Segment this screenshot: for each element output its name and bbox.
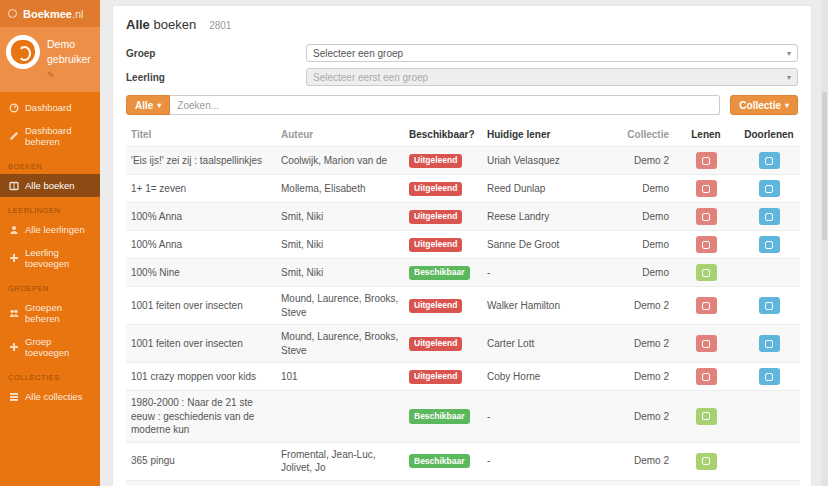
status-badge: Beschikbaar — [409, 454, 470, 468]
column-header-auteur[interactable]: Auteur — [276, 125, 404, 147]
sidebar-item-groepen-beheren[interactable]: Groepen beheren — [0, 296, 100, 330]
column-header-lenen: Lenen — [674, 125, 738, 147]
return-book-button[interactable] — [696, 208, 717, 225]
cell-doorlenen — [738, 287, 800, 325]
cell-doorlenen — [738, 325, 800, 363]
relend-book-button[interactable] — [759, 335, 780, 352]
relend-book-button[interactable] — [759, 152, 780, 169]
table-body: 'Eis ijs!' zei zij : taalspellinkjesCool… — [126, 147, 800, 486]
cell-lenen — [674, 259, 738, 287]
groups-icon — [8, 308, 19, 318]
plus-icon — [8, 342, 19, 352]
sidebar-item-alle-collecties[interactable]: Alle collecties — [0, 385, 100, 408]
sidebar-item-alle-boeken[interactable]: Alle boeken — [0, 174, 100, 197]
cell-collection: Demo — [604, 231, 674, 259]
edit-profile-icon[interactable]: ✎ — [47, 69, 94, 82]
lend-book-button[interactable] — [696, 453, 717, 470]
chevron-down-icon: ▾ — [787, 49, 791, 58]
column-header-titel[interactable]: Titel — [126, 125, 276, 147]
search-input[interactable] — [170, 95, 720, 115]
book-action-icon — [702, 185, 710, 193]
brand-title[interactable]: Boekmee.nl — [23, 8, 84, 20]
sidebar-item-groep-toevoegen[interactable]: Groep toevoegen — [0, 330, 100, 364]
collection-button-label: Collectie — [739, 100, 781, 111]
column-header-collectie[interactable]: Collectie — [604, 125, 674, 147]
cell-borrower: - — [482, 442, 604, 480]
avatar — [6, 35, 40, 69]
relend-action-icon — [765, 213, 773, 221]
scrollbar-thumb[interactable] — [822, 92, 827, 240]
cell-author: Mound, Laurence, Brooks, Steve — [276, 287, 404, 325]
user-profile[interactable]: Demo gebruiker ✎ — [0, 27, 100, 92]
collection-button[interactable]: Collectie▾ — [730, 95, 798, 115]
return-book-button[interactable] — [696, 236, 717, 253]
return-book-button[interactable] — [696, 335, 717, 352]
relend-action-icon — [765, 157, 773, 165]
scrollbar-track[interactable] — [821, 0, 828, 486]
table-row: 46tijd verliefdMollema, ElisabethBeschik… — [126, 480, 800, 486]
return-book-button[interactable] — [696, 368, 717, 385]
return-book-button[interactable] — [696, 152, 717, 169]
sidebar-item-dashboard[interactable]: Dashboard — [0, 96, 100, 119]
search-row: Alle▾ Collectie▾ — [126, 95, 798, 115]
table-row: 1001 feiten over insectenMound, Laurence… — [126, 325, 800, 363]
table-row: 101 crazy moppen voor kids101UitgeleendC… — [126, 363, 800, 391]
cell-collection: Demo 2 — [604, 287, 674, 325]
table-row: 100% AnnaSmit, NikiUitgeleendReese Landr… — [126, 203, 800, 231]
sidebar-section-boeken: BOEKEN — [0, 153, 100, 174]
cell-title: 1001 feiten over insecten — [126, 325, 276, 363]
cell-lenen — [674, 391, 738, 443]
sidebar-item-alle-leerlingen[interactable]: Alle leerlingen — [0, 218, 100, 241]
relend-book-button[interactable] — [759, 297, 780, 314]
return-book-button[interactable] — [696, 297, 717, 314]
cell-status: Uitgeleend — [404, 231, 482, 259]
search-scope-button[interactable]: Alle▾ — [126, 95, 170, 115]
cell-status: Uitgeleend — [404, 325, 482, 363]
user-name: Demo gebruiker — [47, 38, 91, 65]
status-badge: Uitgeleend — [409, 238, 462, 252]
cell-status: Beschikbaar — [404, 391, 482, 443]
sidebar-header: Boekmee.nl — [0, 0, 100, 27]
relend-action-icon — [765, 302, 773, 310]
sidebar-item-leerling-toevoegen[interactable]: Leerling toevoegen — [0, 241, 100, 275]
sidebar-item-label: Alle collecties — [25, 391, 83, 402]
sidebar: Boekmee.nl Demo gebruiker ✎ DashboardDas… — [0, 0, 100, 486]
sidebar-nav: DashboardDashboard beherenBOEKENAlle boe… — [0, 92, 100, 408]
cell-author: Smit, Niki — [276, 259, 404, 287]
relend-book-button[interactable] — [759, 236, 780, 253]
cell-title: 46tijd verliefd — [126, 480, 276, 486]
sidebar-item-label: Alle boeken — [25, 180, 75, 191]
cell-borrower: Carter Lott — [482, 325, 604, 363]
cell-status: Uitgeleend — [404, 203, 482, 231]
gauge-icon — [8, 103, 19, 113]
collections-icon — [8, 392, 19, 402]
cell-lenen — [674, 203, 738, 231]
relend-book-button[interactable] — [759, 180, 780, 197]
cell-lenen — [674, 147, 738, 175]
cell-collection: Demo — [604, 480, 674, 486]
cell-status: Uitgeleend — [404, 175, 482, 203]
book-action-icon — [702, 373, 710, 381]
cell-title: 101 crazy moppen voor kids — [126, 363, 276, 391]
lend-book-button[interactable] — [696, 408, 717, 425]
relend-book-button[interactable] — [759, 368, 780, 385]
cell-doorlenen — [738, 203, 800, 231]
logo-icon — [8, 9, 17, 18]
sidebar-item-label: Dashboard — [25, 102, 71, 113]
relend-action-icon — [765, 241, 773, 249]
return-book-button[interactable] — [696, 180, 717, 197]
cell-borrower: Coby Horne — [482, 363, 604, 391]
group-select[interactable]: Selecteer een groep ▾ — [306, 44, 798, 62]
cell-author: Coolwijk, Marion van de — [276, 147, 404, 175]
sidebar-item-label: Leerling toevoegen — [25, 247, 92, 269]
sidebar-item-dashboard-beheren[interactable]: Dashboard beheren — [0, 119, 100, 153]
relend-book-button[interactable] — [759, 208, 780, 225]
cell-borrower: Uriah Velasquez — [482, 147, 604, 175]
status-badge: Uitgeleend — [409, 337, 462, 351]
cell-borrower: Reed Dunlap — [482, 175, 604, 203]
caret-down-icon: ▾ — [157, 101, 161, 110]
cell-lenen — [674, 287, 738, 325]
lend-book-button[interactable] — [696, 264, 717, 281]
avatar-logo-icon — [11, 40, 35, 64]
status-badge: Uitgeleend — [409, 299, 462, 313]
